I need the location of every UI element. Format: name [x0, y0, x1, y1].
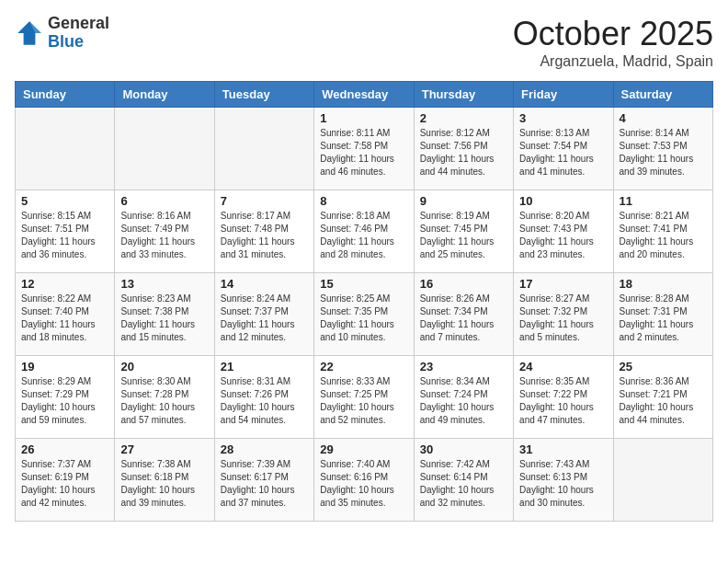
day-info: Sunrise: 8:13 AM Sunset: 7:54 PM Dayligh…: [519, 127, 607, 178]
calendar-cell: 11Sunrise: 8:21 AM Sunset: 7:41 PM Dayli…: [613, 190, 712, 273]
day-of-week-header: Sunday: [16, 82, 115, 108]
day-number: 20: [120, 360, 208, 373]
day-of-week-header: Saturday: [613, 82, 712, 108]
day-number: 17: [519, 277, 607, 291]
day-number: 28: [221, 442, 308, 456]
calendar-cell: 15Sunrise: 8:25 AM Sunset: 7:35 PM Dayli…: [314, 273, 414, 356]
day-of-week-header: Thursday: [414, 82, 513, 108]
day-info: Sunrise: 8:36 AM Sunset: 7:21 PM Dayligh…: [620, 375, 707, 427]
day-number: 9: [420, 194, 507, 208]
day-info: Sunrise: 8:35 AM Sunset: 7:22 PM Dayligh…: [519, 375, 607, 427]
day-info: Sunrise: 8:34 AM Sunset: 7:24 PM Dayligh…: [420, 375, 507, 427]
day-info: Sunrise: 7:37 AM Sunset: 6:19 PM Dayligh…: [21, 458, 108, 510]
calendar-table: SundayMondayTuesdayWednesdayThursdayFrid…: [15, 81, 713, 522]
calendar-cell: [16, 108, 115, 190]
day-info: Sunrise: 8:25 AM Sunset: 7:35 PM Dayligh…: [320, 293, 407, 344]
day-of-week-header: Wednesday: [314, 82, 414, 108]
day-info: Sunrise: 8:22 AM Sunset: 7:40 PM Dayligh…: [21, 293, 108, 344]
logo-text: General Blue: [48, 15, 109, 52]
calendar-cell: 12Sunrise: 8:22 AM Sunset: 7:40 PM Dayli…: [16, 273, 115, 356]
day-number: 1: [320, 111, 407, 125]
calendar-cell: 30Sunrise: 7:42 AM Sunset: 6:14 PM Dayli…: [414, 439, 513, 522]
title-block: October 2025 Arganzuela, Madrid, Spain: [513, 15, 713, 70]
day-number: 24: [519, 360, 607, 373]
day-of-week-header: Monday: [115, 82, 214, 108]
day-number: 4: [620, 111, 707, 125]
calendar-cell: 27Sunrise: 7:38 AM Sunset: 6:18 PM Dayli…: [115, 439, 214, 522]
day-info: Sunrise: 8:23 AM Sunset: 7:38 PM Dayligh…: [120, 293, 208, 344]
calendar-week-row: 5Sunrise: 8:15 AM Sunset: 7:51 PM Daylig…: [16, 190, 713, 273]
logo-icon: [15, 18, 44, 48]
day-info: Sunrise: 8:18 AM Sunset: 7:46 PM Dayligh…: [320, 210, 407, 261]
day-info: Sunrise: 8:33 AM Sunset: 7:25 PM Dayligh…: [320, 375, 407, 427]
day-info: Sunrise: 8:24 AM Sunset: 7:37 PM Dayligh…: [221, 293, 308, 344]
day-number: 15: [320, 277, 407, 291]
calendar-body: 1Sunrise: 8:11 AM Sunset: 7:58 PM Daylig…: [16, 108, 713, 522]
calendar-cell: 21Sunrise: 8:31 AM Sunset: 7:26 PM Dayli…: [214, 356, 313, 439]
day-number: 22: [320, 360, 407, 373]
day-number: 23: [420, 360, 507, 373]
calendar-week-row: 26Sunrise: 7:37 AM Sunset: 6:19 PM Dayli…: [16, 439, 713, 522]
calendar-cell: 23Sunrise: 8:34 AM Sunset: 7:24 PM Dayli…: [414, 356, 513, 439]
day-info: Sunrise: 8:11 AM Sunset: 7:58 PM Dayligh…: [320, 127, 407, 178]
day-number: 2: [420, 111, 507, 125]
calendar-header: SundayMondayTuesdayWednesdayThursdayFrid…: [16, 82, 713, 108]
day-number: 8: [320, 194, 407, 208]
day-number: 31: [519, 442, 607, 456]
calendar-cell: 6Sunrise: 8:16 AM Sunset: 7:49 PM Daylig…: [115, 190, 214, 273]
day-info: Sunrise: 8:28 AM Sunset: 7:31 PM Dayligh…: [620, 293, 707, 344]
day-info: Sunrise: 8:14 AM Sunset: 7:53 PM Dayligh…: [620, 127, 707, 178]
calendar-cell: [613, 439, 712, 522]
calendar-cell: 25Sunrise: 8:36 AM Sunset: 7:21 PM Dayli…: [613, 356, 712, 439]
day-info: Sunrise: 8:17 AM Sunset: 7:48 PM Dayligh…: [221, 210, 308, 261]
day-number: 30: [420, 442, 507, 456]
calendar-cell: 5Sunrise: 8:15 AM Sunset: 7:51 PM Daylig…: [16, 190, 115, 273]
calendar-cell: 19Sunrise: 8:29 AM Sunset: 7:29 PM Dayli…: [16, 356, 115, 439]
day-info: Sunrise: 8:15 AM Sunset: 7:51 PM Dayligh…: [21, 210, 108, 261]
day-number: 16: [420, 277, 507, 291]
day-of-week-header: Tuesday: [214, 82, 313, 108]
calendar-cell: 7Sunrise: 8:17 AM Sunset: 7:48 PM Daylig…: [214, 190, 313, 273]
calendar-cell: 3Sunrise: 8:13 AM Sunset: 7:54 PM Daylig…: [514, 108, 613, 190]
calendar-cell: 8Sunrise: 8:18 AM Sunset: 7:46 PM Daylig…: [314, 190, 414, 273]
calendar-cell: 28Sunrise: 7:39 AM Sunset: 6:17 PM Dayli…: [214, 439, 313, 522]
days-of-week-row: SundayMondayTuesdayWednesdayThursdayFrid…: [16, 82, 713, 108]
day-number: 26: [21, 442, 108, 456]
day-number: 12: [21, 277, 108, 291]
calendar-cell: 14Sunrise: 8:24 AM Sunset: 7:37 PM Dayli…: [214, 273, 313, 356]
calendar-cell: [214, 108, 313, 190]
day-info: Sunrise: 8:16 AM Sunset: 7:49 PM Dayligh…: [120, 210, 208, 261]
day-info: Sunrise: 8:19 AM Sunset: 7:45 PM Dayligh…: [420, 210, 507, 261]
day-number: 3: [519, 111, 607, 125]
day-number: 18: [620, 277, 707, 291]
day-info: Sunrise: 8:31 AM Sunset: 7:26 PM Dayligh…: [221, 375, 308, 427]
day-number: 7: [221, 194, 308, 208]
logo: General Blue: [15, 15, 109, 52]
calendar-cell: 13Sunrise: 8:23 AM Sunset: 7:38 PM Dayli…: [115, 273, 214, 356]
day-info: Sunrise: 7:40 AM Sunset: 6:16 PM Dayligh…: [320, 458, 407, 510]
calendar-week-row: 1Sunrise: 8:11 AM Sunset: 7:58 PM Daylig…: [16, 108, 713, 190]
day-number: 10: [519, 194, 607, 208]
day-info: Sunrise: 7:43 AM Sunset: 6:13 PM Dayligh…: [519, 458, 607, 510]
calendar-cell: 2Sunrise: 8:12 AM Sunset: 7:56 PM Daylig…: [414, 108, 513, 190]
day-info: Sunrise: 8:27 AM Sunset: 7:32 PM Dayligh…: [519, 293, 607, 344]
calendar-cell: 9Sunrise: 8:19 AM Sunset: 7:45 PM Daylig…: [414, 190, 513, 273]
month-title: October 2025: [513, 15, 713, 53]
day-info: Sunrise: 8:29 AM Sunset: 7:29 PM Dayligh…: [21, 375, 108, 427]
calendar-cell: [115, 108, 214, 190]
day-info: Sunrise: 8:30 AM Sunset: 7:28 PM Dayligh…: [120, 375, 208, 427]
day-of-week-header: Friday: [514, 82, 613, 108]
calendar-cell: 20Sunrise: 8:30 AM Sunset: 7:28 PM Dayli…: [115, 356, 214, 439]
day-number: 19: [21, 360, 108, 373]
calendar-cell: 22Sunrise: 8:33 AM Sunset: 7:25 PM Dayli…: [314, 356, 414, 439]
day-number: 5: [21, 194, 108, 208]
day-info: Sunrise: 8:21 AM Sunset: 7:41 PM Dayligh…: [620, 210, 707, 261]
calendar-cell: 18Sunrise: 8:28 AM Sunset: 7:31 PM Dayli…: [613, 273, 712, 356]
day-number: 13: [120, 277, 208, 291]
day-info: Sunrise: 7:42 AM Sunset: 6:14 PM Dayligh…: [420, 458, 507, 510]
day-info: Sunrise: 8:20 AM Sunset: 7:43 PM Dayligh…: [519, 210, 607, 261]
calendar-cell: 4Sunrise: 8:14 AM Sunset: 7:53 PM Daylig…: [613, 108, 712, 190]
day-number: 25: [620, 360, 707, 373]
day-number: 29: [320, 442, 407, 456]
calendar-cell: 10Sunrise: 8:20 AM Sunset: 7:43 PM Dayli…: [514, 190, 613, 273]
